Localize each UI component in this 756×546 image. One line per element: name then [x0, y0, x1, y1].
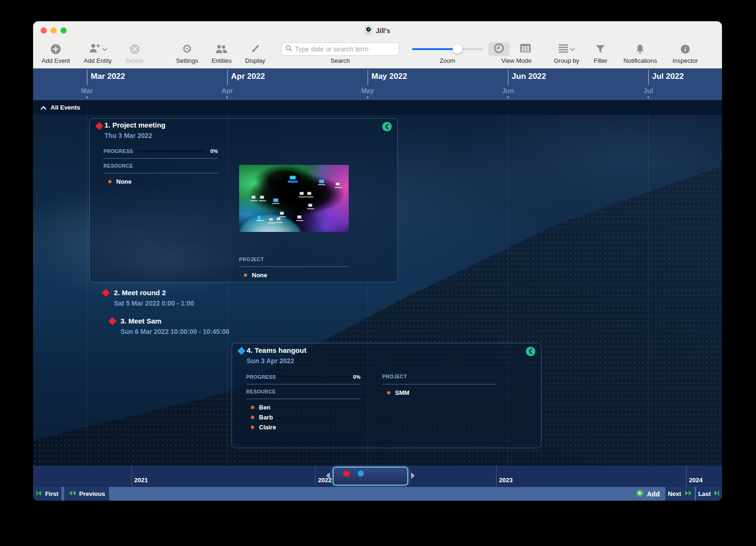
display-button[interactable]: Display: [245, 42, 266, 64]
year-separator: [315, 466, 316, 487]
event-details-right-column: PROJECT None: [239, 165, 349, 280]
next-label: Next: [668, 490, 681, 497]
settings-button[interactable]: ⚙ Settings: [176, 42, 198, 64]
zoom-slider[interactable]: [412, 48, 483, 50]
event-details-left-column: PROGRESS 0% RESOURCE Ben Barb Claire: [246, 374, 361, 432]
overview-scroll-left-arrow[interactable]: [326, 472, 330, 479]
entities-button[interactable]: Entities: [212, 42, 232, 64]
overview-scroll-right-arrow[interactable]: [411, 472, 415, 479]
chevron-down-icon: [570, 45, 575, 53]
window-title-area: Jill's: [33, 21, 722, 40]
screen-background: Jill's Add Event Add Entity: [0, 0, 756, 546]
divider: [382, 384, 496, 384]
toolbar: Add Event Add Entity Delete ⚙ Settings: [33, 40, 722, 68]
divider: [246, 399, 361, 399]
thumbnail-desktop-icon: [280, 212, 284, 215]
next-button[interactable]: Next: [665, 487, 695, 501]
thumbnail-desktop-icon: [269, 218, 273, 221]
thumbnail-desktop-icon: [319, 179, 324, 183]
event-diamond-icon[interactable]: [95, 122, 103, 130]
svg-text:i: i: [684, 46, 686, 53]
previous-button[interactable]: Previous: [64, 487, 109, 501]
event-title[interactable]: 1. Project meeting: [104, 121, 165, 129]
window-title: Jill's: [376, 27, 390, 34]
list-lines-icon: [558, 43, 568, 55]
person-plus-icon: [88, 43, 101, 56]
event-item-meet-round-2[interactable]: 2. Meet round 2 Sat 5 Mar 2022 0:00 - 1:…: [103, 289, 194, 307]
year-separator: [686, 466, 687, 487]
progress-value: 0%: [210, 148, 218, 154]
thumbnail-desktop-icon: [300, 192, 304, 195]
month-sub-label: Jul: [644, 87, 653, 94]
month-boundary-line: [87, 70, 87, 85]
resource-list: None: [103, 177, 218, 187]
event-diamond-icon[interactable]: [238, 347, 246, 355]
search-input[interactable]: [295, 45, 395, 53]
month-label: Mar 2022: [91, 72, 125, 81]
timeline-overview-bar[interactable]: 2021 2022 2023 2024: [33, 466, 722, 487]
last-button[interactable]: Last: [696, 487, 722, 501]
resource-label: RESOURCE: [103, 163, 218, 169]
inspector-button[interactable]: i Inspector: [672, 42, 697, 64]
event-card-project-meeting[interactable]: 1. Project meeting Thu 3 Mar 2022 PROGRE…: [89, 118, 398, 282]
group-by-button[interactable]: Group by: [554, 42, 579, 64]
overview-selection-box[interactable]: [333, 467, 408, 486]
collapse-chevron-icon[interactable]: [40, 103, 47, 112]
app-window: Jill's Add Event Add Entity: [33, 21, 722, 501]
people-icon: [215, 42, 228, 57]
grid-view-button[interactable]: [515, 42, 536, 56]
month-gridline: [648, 100, 649, 466]
overview-red-event-dot: [343, 471, 350, 477]
grid-icon: [520, 43, 531, 55]
thumbnail-desktop-icon: [273, 198, 278, 202]
project-item: None: [239, 270, 349, 280]
thumbnail-desktop-icon: [335, 182, 340, 186]
timeline-view-button[interactable]: [488, 42, 510, 56]
divider: [103, 173, 218, 173]
previous-label: Previous: [79, 490, 105, 497]
event-title[interactable]: 4. Teams hangout: [247, 346, 306, 354]
collapse-card-button[interactable]: [525, 346, 536, 357]
skip-to-end-icon: [714, 490, 720, 497]
search-icon: [285, 45, 292, 53]
month-tick-dot: [647, 96, 649, 98]
event-date: Thu 3 Mar 2022: [104, 132, 152, 139]
project-list: None: [239, 270, 349, 280]
add-event-button[interactable]: Add Event: [42, 42, 70, 64]
delete-button[interactable]: Delete: [126, 42, 144, 64]
view-mode-label: View Mode: [501, 57, 532, 64]
event-attachment-thumbnail[interactable]: [239, 165, 349, 232]
month-sub-label: Jun: [502, 87, 514, 94]
progress-value: 0%: [353, 374, 361, 380]
thumbnail-desktop-icon: [307, 192, 311, 195]
plus-circle-icon: [636, 489, 644, 498]
event-title[interactable]: 3. Meet Sam: [110, 317, 229, 325]
zoom-slider-knob[interactable]: [453, 44, 463, 54]
collapse-card-button[interactable]: [382, 121, 392, 132]
month-boundary-line: [368, 70, 368, 85]
delete-label: Delete: [126, 57, 144, 64]
all-events-group-header[interactable]: All Events: [33, 100, 722, 115]
progress-bar: [137, 150, 206, 152]
thumbnail-desktop-icon: [308, 204, 312, 207]
year-separator: [131, 466, 132, 487]
settings-label: Settings: [176, 57, 198, 64]
add-button[interactable]: Add: [636, 487, 660, 501]
first-button[interactable]: First: [33, 487, 61, 501]
event-card-teams-hangout[interactable]: 4. Teams hangout Sun 3 Apr 2022 PROGRESS…: [232, 343, 541, 448]
x-circle-icon: [129, 42, 141, 57]
add-entity-button[interactable]: Add Entity: [84, 42, 112, 64]
event-title[interactable]: 2. Meet round 2: [103, 289, 194, 297]
month-sub-label: Apr: [222, 87, 233, 94]
month-tick-dot: [86, 96, 88, 98]
clock-icon: [493, 42, 505, 56]
notifications-button[interactable]: Notifications: [624, 42, 657, 64]
thumbnail-dark-swoosh: [239, 165, 349, 232]
event-item-meet-sam[interactable]: 3. Meet Sam Sun 6 Mar 2022 10:00:00 - 10…: [110, 317, 229, 335]
search-field[interactable]: [281, 43, 399, 56]
filter-button[interactable]: Filter: [594, 42, 608, 64]
first-label: First: [45, 490, 58, 497]
inspector-label: Inspector: [672, 57, 697, 64]
group-by-label: Group by: [554, 57, 579, 64]
resource-item: Ben: [246, 402, 361, 412]
